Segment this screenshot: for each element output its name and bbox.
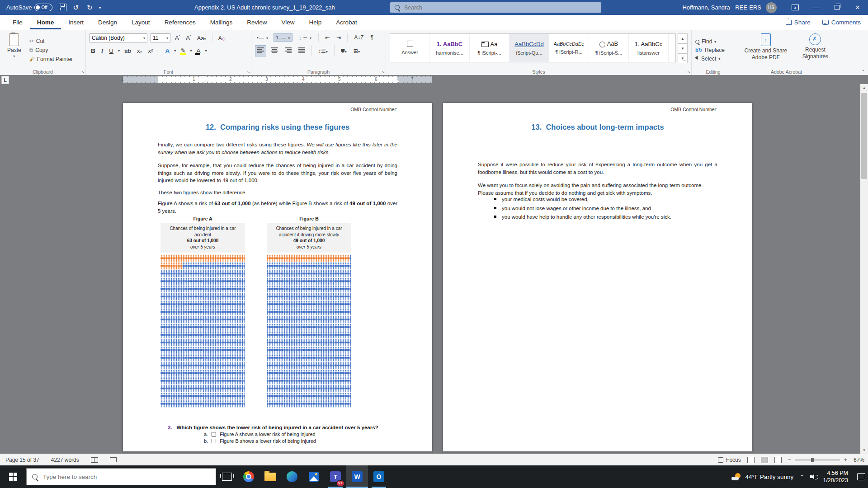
ribbon-display-options-button[interactable]: ▴: [785, 0, 806, 15]
create-share-pdf-button[interactable]: Create and Share Adobe PDF: [739, 33, 793, 68]
numbering-button[interactable]: 1.— ▾: [274, 33, 292, 42]
restore-button[interactable]: [826, 0, 847, 15]
option-b-checkbox[interactable]: [212, 439, 216, 443]
styles-more-button[interactable]: ▼̲: [678, 53, 688, 63]
align-left-button[interactable]: [255, 45, 266, 56]
tab-design[interactable]: Design: [91, 16, 124, 29]
proofing-icon[interactable]: [91, 457, 98, 463]
superscript-button[interactable]: x²: [147, 47, 155, 55]
customize-qat-icon[interactable]: ▾: [99, 5, 101, 10]
collapse-ribbon-button[interactable]: ⌃: [862, 69, 865, 74]
start-button[interactable]: [0, 465, 26, 488]
format-painter-button[interactable]: 🖌Format Painter: [29, 56, 73, 62]
user-name[interactable]: Hoffmann, Sandra - REE-ERS: [682, 4, 761, 11]
request-signatures-button[interactable]: Request Signatures: [797, 33, 834, 68]
clear-formatting-button[interactable]: A◇: [217, 34, 227, 42]
zoom-out-button[interactable]: −: [788, 456, 792, 463]
document-page-1[interactable]: OMB Control Number: 12. Comparing risks …: [123, 103, 432, 451]
multilevel-list-button[interactable]: ⋮☰ ▾: [296, 34, 314, 42]
underline-button[interactable]: U: [108, 47, 115, 55]
style-answer[interactable]: Answer: [390, 34, 430, 62]
font-color-button[interactable]: A: [195, 47, 202, 55]
hanging-indent-marker[interactable]: [204, 80, 208, 82]
search-input[interactable]: [403, 4, 478, 11]
styles-scroll-down-button[interactable]: ▼: [678, 43, 688, 53]
weather-widget[interactable]: 44°F Partly sunny: [731, 473, 793, 480]
paste-dropdown-icon[interactable]: ▾: [13, 54, 15, 58]
autosave-toggle[interactable]: AutoSave Off: [6, 4, 52, 11]
action-center-icon[interactable]: [857, 473, 865, 480]
bullets-button[interactable]: •— ▾: [255, 34, 270, 41]
borders-button[interactable]: ⊞▾: [352, 47, 362, 55]
italic-button[interactable]: I: [100, 47, 105, 55]
tab-file[interactable]: File: [5, 16, 30, 29]
search-box[interactable]: [390, 2, 601, 13]
tab-references[interactable]: References: [157, 16, 203, 29]
line-spacing-button[interactable]: ↕☰▾: [316, 47, 330, 55]
bold-button[interactable]: B: [90, 47, 97, 55]
zoom-slider-thumb[interactable]: [811, 458, 814, 462]
copy-button[interactable]: ⧉Copy: [29, 47, 73, 53]
close-button[interactable]: ✕: [847, 0, 868, 15]
style-iscript[interactable]: Aa ¶ iScript-...: [470, 34, 509, 62]
font-size-combobox[interactable]: 11▾: [151, 33, 170, 42]
taskbar-search-input[interactable]: [42, 473, 193, 481]
subscript-button[interactable]: x₂: [136, 47, 144, 55]
tab-insert[interactable]: Insert: [61, 16, 91, 29]
find-button[interactable]: Find▾: [695, 38, 731, 45]
zoom-level[interactable]: 67%: [854, 457, 864, 463]
document-canvas[interactable]: OMB Control Number: 12. Comparing risks …: [0, 84, 868, 454]
font-dialog-launcher[interactable]: ↘: [246, 70, 250, 74]
increase-indent-button[interactable]: ⇥: [335, 33, 343, 42]
tab-acrobat[interactable]: Acrobat: [329, 16, 364, 29]
tab-mailings[interactable]: Mailings: [203, 16, 240, 29]
document-page-2[interactable]: OMB Control Number: 13. Choices about lo…: [443, 103, 752, 451]
justify-button[interactable]: [297, 46, 307, 56]
zoom-in-button[interactable]: +: [844, 456, 847, 463]
show-marks-button[interactable]: ¶: [369, 33, 375, 42]
scroll-down-arrow[interactable]: ▼: [860, 446, 868, 454]
tab-layout[interactable]: Layout: [124, 16, 157, 29]
scrollbar-thumb[interactable]: [861, 93, 867, 179]
teams-button[interactable]: T 9+: [325, 465, 346, 488]
read-mode-button[interactable]: [747, 457, 755, 463]
photos-button[interactable]: [303, 465, 325, 488]
tab-selector[interactable]: L: [1, 76, 9, 84]
style-listanswer[interactable]: 1. AaBbCc listanswer: [629, 34, 669, 62]
strikethrough-button[interactable]: ab: [123, 47, 132, 55]
avatar[interactable]: HS: [766, 2, 777, 13]
change-case-button[interactable]: Aa▾: [196, 34, 208, 42]
font-name-combobox[interactable]: Calibri (Body)▾: [90, 33, 147, 42]
page-indicator[interactable]: Page 15 of 37: [5, 457, 39, 463]
word-count[interactable]: 4227 words: [51, 457, 79, 463]
tab-view[interactable]: View: [274, 16, 302, 29]
cut-button[interactable]: ✂Cut: [29, 38, 73, 44]
hidden-icons-button[interactable]: ⌃: [800, 474, 804, 480]
minimize-button[interactable]: —: [806, 0, 826, 15]
paragraph-dialog-launcher[interactable]: ↘: [381, 70, 385, 74]
decrease-indent-button[interactable]: ⇤: [323, 33, 331, 42]
undo-button[interactable]: ↺▾: [73, 4, 80, 11]
sort-button[interactable]: A↓Z: [352, 33, 365, 42]
zoom-slider[interactable]: [795, 460, 840, 460]
select-button[interactable]: Select▾: [695, 56, 731, 62]
replace-button[interactable]: b↻Replace: [695, 47, 731, 53]
redo-button[interactable]: ↻: [87, 4, 93, 11]
shrink-font-button[interactable]: Aˇ: [184, 34, 192, 42]
style-iscript-qu[interactable]: AaBbCcDd iScript-Qu...: [509, 34, 549, 62]
outlook-button[interactable]: O: [368, 465, 390, 488]
file-explorer-button[interactable]: [259, 465, 281, 488]
style-harmonise[interactable]: 1. AaBbC harmonise...: [430, 34, 470, 62]
tab-help[interactable]: Help: [302, 16, 329, 29]
autosave-switch[interactable]: Off: [34, 4, 52, 11]
option-a-checkbox[interactable]: [212, 432, 216, 436]
taskbar-search-box[interactable]: [26, 468, 216, 485]
style-iscript-r[interactable]: AaBbCcDdEe ¶ iScript-R...: [549, 34, 589, 62]
focus-button[interactable]: Focus: [718, 457, 741, 463]
first-line-indent-marker[interactable]: [201, 76, 205, 79]
task-view-button[interactable]: [216, 465, 238, 488]
tab-home[interactable]: Home: [30, 16, 61, 29]
paste-button[interactable]: Paste ▾: [4, 33, 25, 68]
styles-dialog-launcher[interactable]: ↘: [687, 70, 690, 74]
horizontal-ruler[interactable]: L 1 1 2 3 4 5 6 7: [0, 75, 868, 84]
